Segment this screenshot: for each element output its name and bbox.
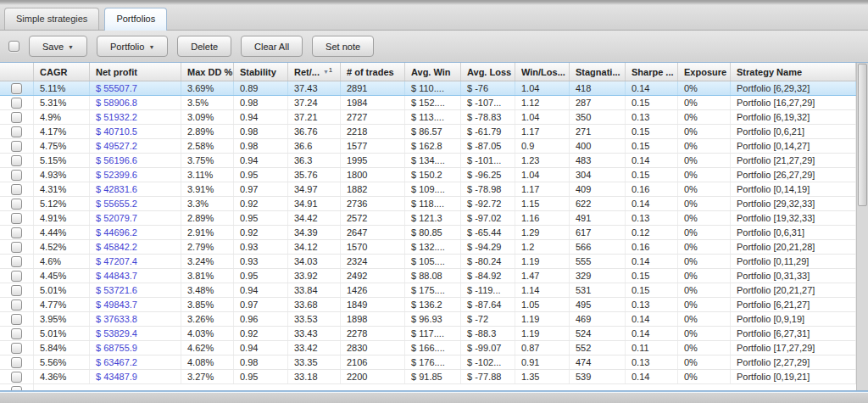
cell-stagnation: 483 bbox=[570, 154, 626, 167]
column-header-strategy-name[interactable]: Strategy Name bbox=[731, 63, 856, 81]
table-row[interactable]: 5.56%$ 63467.24.08%0.9833.352106$ 176...… bbox=[0, 355, 856, 370]
table-row[interactable]: 5.84%$ 68755.94.62%0.9433.422830$ 166...… bbox=[0, 341, 856, 355]
cell-avg-loss: $ -78.83 bbox=[461, 110, 515, 124]
row-checkbox[interactable] bbox=[11, 372, 22, 383]
cell-net-profit[interactable]: $ 49527.2 bbox=[90, 139, 181, 153]
table-row[interactable]: 4.77%$ 49843.73.85%0.9733.681849$ 136.2$… bbox=[0, 298, 856, 312]
column-header-ret-dd[interactable]: Ret/...▼1 bbox=[288, 63, 341, 81]
cell-strategy-name: Portfolio [20,21,27] bbox=[731, 283, 856, 297]
table-row[interactable]: 4.44%$ 44696.22.91%0.9234.392647$ 80.85$… bbox=[0, 226, 856, 240]
vertical-scrollbar[interactable] bbox=[856, 63, 868, 390]
table-row[interactable]: 4.75%$ 49527.22.58%0.9836.61577$ 162.8$ … bbox=[0, 139, 856, 154]
cell-net-profit[interactable]: $ 42831.6 bbox=[90, 182, 181, 196]
cell-net-profit[interactable]: $ 58906.8 bbox=[90, 96, 181, 109]
table-row[interactable]: 4.93%$ 52399.63.11%0.9535.761800$ 150.2$… bbox=[0, 168, 856, 182]
cell-num-trades: 2736 bbox=[341, 197, 405, 210]
table-row[interactable]: 4.17%$ 40710.52.89%0.9836.762218$ 86.57$… bbox=[0, 125, 856, 139]
cell-exposure: 0% bbox=[678, 211, 731, 225]
cell-net-profit[interactable]: $ 68755.9 bbox=[90, 341, 181, 355]
row-checkbox[interactable] bbox=[11, 357, 22, 368]
row-checkbox[interactable] bbox=[11, 184, 22, 195]
row-checkbox[interactable] bbox=[11, 98, 22, 109]
portfolio-button[interactable]: Portfolio ▼ bbox=[97, 36, 168, 57]
row-checkbox[interactable] bbox=[11, 141, 22, 152]
row-checkbox[interactable] bbox=[11, 314, 22, 325]
table-row[interactable]: 4.36%$ 43487.93.27%0.9533.182200$ 91.85$… bbox=[0, 370, 856, 384]
set-note-button[interactable]: Set note bbox=[312, 36, 374, 57]
table-row[interactable]: 5.01%$ 53829.44.03%0.9233.432278$ 117...… bbox=[0, 327, 856, 341]
row-checkbox[interactable] bbox=[11, 328, 22, 339]
row-checkbox[interactable] bbox=[11, 242, 22, 253]
table-row[interactable]: 5.12%$ 55655.23.3%0.9234.912736$ 118....… bbox=[0, 197, 856, 211]
row-checkbox[interactable] bbox=[11, 213, 22, 224]
cell-net-profit[interactable]: $ 47207.4 bbox=[90, 255, 181, 268]
row-checkbox[interactable] bbox=[11, 299, 22, 311]
column-header-select[interactable] bbox=[0, 63, 34, 81]
column-header-stagnation[interactable]: Stagnati... bbox=[570, 63, 626, 81]
column-header-stability[interactable]: Stability bbox=[234, 63, 288, 81]
cell-net-profit[interactable]: $ 55507.7 bbox=[90, 81, 181, 95]
tab-portfolios[interactable]: Portfolios bbox=[104, 8, 167, 31]
select-all-checkbox[interactable] bbox=[8, 41, 19, 52]
table-row[interactable]: 5.31%$ 58906.83.5%0.9837.241984$ 152....… bbox=[0, 96, 856, 110]
column-header-max-dd[interactable]: Max DD % bbox=[181, 63, 234, 81]
column-header-win-loss[interactable]: Win/Los... bbox=[515, 63, 570, 81]
table-row[interactable]: 4.52%$ 45842.22.79%0.9334.121570$ 132...… bbox=[0, 240, 856, 255]
row-checkbox[interactable] bbox=[11, 343, 22, 354]
vertical-scrollbar-thumb[interactable] bbox=[858, 64, 867, 206]
row-checkbox[interactable] bbox=[11, 256, 22, 267]
row-checkbox[interactable] bbox=[11, 199, 22, 210]
cell-net-profit[interactable]: $ 53721.6 bbox=[90, 283, 181, 297]
row-checkbox[interactable] bbox=[11, 112, 22, 123]
clear-all-button[interactable]: Clear All bbox=[241, 36, 303, 57]
row-checkbox[interactable] bbox=[11, 271, 22, 282]
row-checkbox[interactable] bbox=[11, 227, 22, 238]
column-header-cagr[interactable]: CAGR bbox=[34, 63, 90, 81]
table-row[interactable]: 4.31%$ 42831.63.91%0.9734.971882$ 109...… bbox=[0, 182, 856, 197]
column-header-avg-loss[interactable]: Avg. Loss bbox=[461, 63, 515, 81]
row-checkbox[interactable] bbox=[11, 126, 22, 137]
horizontal-scrollbar[interactable] bbox=[0, 391, 868, 403]
table-row[interactable]: 4.9%$ 51932.23.09%0.9437.212727$ 113....… bbox=[0, 110, 856, 125]
cell-stagnation: 329 bbox=[570, 269, 626, 283]
cell-exposure: 0% bbox=[678, 255, 731, 268]
cell-net-profit[interactable]: $ 44696.2 bbox=[90, 226, 181, 239]
table-row[interactable]: 5.15%$ 56196.63.75%0.9436.31995$ 134....… bbox=[0, 154, 856, 168]
row-checkbox[interactable] bbox=[11, 155, 22, 166]
cell-net-profit[interactable]: $ 63467.2 bbox=[90, 355, 181, 369]
cell-net-profit[interactable]: $ 49843.7 bbox=[90, 298, 181, 311]
table-row[interactable]: 4.6%$ 47207.43.24%0.9334.032324$ 105....… bbox=[0, 255, 856, 269]
cell-net-profit[interactable]: $ 55655.2 bbox=[90, 197, 181, 210]
cell-avg-win: $ 80.85 bbox=[405, 226, 461, 239]
cell-net-profit[interactable]: $ 40710.5 bbox=[90, 125, 181, 138]
column-header-num-trades[interactable]: # of trades bbox=[341, 63, 405, 81]
cell-net-profit[interactable]: $ 37633.8 bbox=[90, 312, 181, 326]
row-checkbox[interactable] bbox=[11, 285, 22, 296]
table-row[interactable]: 4.91%$ 52079.72.89%0.9534.422572$ 121.3$… bbox=[0, 211, 856, 226]
row-checkbox[interactable] bbox=[11, 386, 22, 391]
cell-net-profit[interactable]: $ 44843.7 bbox=[90, 269, 181, 283]
cell-strategy-name: Portfolio [0,6,21] bbox=[731, 125, 856, 138]
column-header-sharpe[interactable]: Sharpe ... bbox=[626, 63, 678, 81]
delete-button[interactable]: Delete bbox=[177, 36, 231, 57]
table-row[interactable]: 5.11%$ 55507.73.69%0.8937.432891$ 110...… bbox=[0, 81, 856, 96]
table-row[interactable]: 4.45%$ 44843.73.81%0.9533.922492$ 88.08$… bbox=[0, 269, 856, 283]
column-header-avg-win[interactable]: Avg. Win bbox=[405, 63, 461, 81]
cell-net-profit[interactable]: $ 51932.2 bbox=[90, 110, 181, 124]
row-checkbox[interactable] bbox=[11, 83, 22, 94]
column-header-exposure[interactable]: Exposure bbox=[678, 63, 731, 81]
cell-net-profit[interactable]: $ 45842.2 bbox=[90, 240, 181, 254]
cell-select bbox=[0, 197, 34, 210]
save-button[interactable]: Save ▼ bbox=[29, 36, 87, 57]
tab-simple-strategies[interactable]: Simple strategies bbox=[4, 8, 99, 30]
cell-net-profit[interactable]: $ 52399.6 bbox=[90, 168, 181, 182]
cell-net-profit[interactable]: $ 52079.7 bbox=[90, 211, 181, 225]
cell-net-profit[interactable]: $ 56196.6 bbox=[90, 154, 181, 167]
row-checkbox[interactable] bbox=[11, 170, 22, 181]
cell-net-profit[interactable]: $ 53829.4 bbox=[90, 327, 181, 340]
table-row-partial[interactable] bbox=[0, 384, 856, 390]
column-header-net-profit[interactable]: Net profit bbox=[90, 63, 181, 81]
cell-net-profit[interactable]: $ 43487.9 bbox=[90, 370, 181, 383]
table-row[interactable]: 5.01%$ 53721.63.48%0.9433.841426$ 175...… bbox=[0, 283, 856, 298]
table-row[interactable]: 3.95%$ 37633.83.26%0.9633.531898$ 96.93$… bbox=[0, 312, 856, 327]
